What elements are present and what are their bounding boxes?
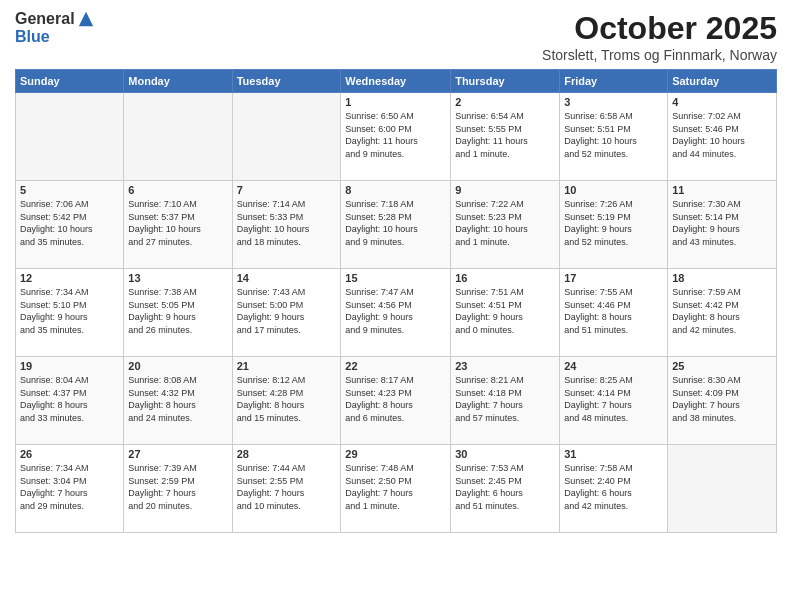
col-sunday: Sunday	[16, 70, 124, 93]
day-number: 25	[672, 360, 772, 372]
logo: General Blue	[15, 10, 95, 46]
day-number: 17	[564, 272, 663, 284]
day-info: Sunrise: 7:26 AM Sunset: 5:19 PM Dayligh…	[564, 198, 663, 248]
calendar-cell	[16, 93, 124, 181]
calendar-cell: 20Sunrise: 8:08 AM Sunset: 4:32 PM Dayli…	[124, 357, 232, 445]
calendar-cell: 12Sunrise: 7:34 AM Sunset: 5:10 PM Dayli…	[16, 269, 124, 357]
day-number: 4	[672, 96, 772, 108]
calendar-cell: 23Sunrise: 8:21 AM Sunset: 4:18 PM Dayli…	[451, 357, 560, 445]
col-friday: Friday	[560, 70, 668, 93]
day-info: Sunrise: 7:34 AM Sunset: 3:04 PM Dayligh…	[20, 462, 119, 512]
calendar-cell: 5Sunrise: 7:06 AM Sunset: 5:42 PM Daylig…	[16, 181, 124, 269]
day-number: 2	[455, 96, 555, 108]
day-number: 15	[345, 272, 446, 284]
calendar-cell: 4Sunrise: 7:02 AM Sunset: 5:46 PM Daylig…	[668, 93, 777, 181]
calendar-cell	[232, 93, 341, 181]
day-number: 21	[237, 360, 337, 372]
day-number: 18	[672, 272, 772, 284]
day-info: Sunrise: 7:43 AM Sunset: 5:00 PM Dayligh…	[237, 286, 337, 336]
calendar-cell: 28Sunrise: 7:44 AM Sunset: 2:55 PM Dayli…	[232, 445, 341, 533]
day-info: Sunrise: 6:58 AM Sunset: 5:51 PM Dayligh…	[564, 110, 663, 160]
calendar-cell: 27Sunrise: 7:39 AM Sunset: 2:59 PM Dayli…	[124, 445, 232, 533]
calendar-cell: 25Sunrise: 8:30 AM Sunset: 4:09 PM Dayli…	[668, 357, 777, 445]
calendar-cell: 6Sunrise: 7:10 AM Sunset: 5:37 PM Daylig…	[124, 181, 232, 269]
day-info: Sunrise: 8:08 AM Sunset: 4:32 PM Dayligh…	[128, 374, 227, 424]
day-info: Sunrise: 7:38 AM Sunset: 5:05 PM Dayligh…	[128, 286, 227, 336]
calendar-cell: 17Sunrise: 7:55 AM Sunset: 4:46 PM Dayli…	[560, 269, 668, 357]
day-info: Sunrise: 7:39 AM Sunset: 2:59 PM Dayligh…	[128, 462, 227, 512]
calendar-header-row: Sunday Monday Tuesday Wednesday Thursday…	[16, 70, 777, 93]
calendar-cell: 16Sunrise: 7:51 AM Sunset: 4:51 PM Dayli…	[451, 269, 560, 357]
day-info: Sunrise: 7:55 AM Sunset: 4:46 PM Dayligh…	[564, 286, 663, 336]
day-number: 7	[237, 184, 337, 196]
day-info: Sunrise: 7:58 AM Sunset: 2:40 PM Dayligh…	[564, 462, 663, 512]
calendar-cell: 13Sunrise: 7:38 AM Sunset: 5:05 PM Dayli…	[124, 269, 232, 357]
calendar-cell: 29Sunrise: 7:48 AM Sunset: 2:50 PM Dayli…	[341, 445, 451, 533]
day-info: Sunrise: 7:10 AM Sunset: 5:37 PM Dayligh…	[128, 198, 227, 248]
day-number: 27	[128, 448, 227, 460]
col-tuesday: Tuesday	[232, 70, 341, 93]
day-number: 10	[564, 184, 663, 196]
day-info: Sunrise: 7:02 AM Sunset: 5:46 PM Dayligh…	[672, 110, 772, 160]
calendar-cell: 2Sunrise: 6:54 AM Sunset: 5:55 PM Daylig…	[451, 93, 560, 181]
day-info: Sunrise: 7:14 AM Sunset: 5:33 PM Dayligh…	[237, 198, 337, 248]
location-title: Storslett, Troms og Finnmark, Norway	[542, 47, 777, 63]
day-number: 20	[128, 360, 227, 372]
col-monday: Monday	[124, 70, 232, 93]
day-number: 31	[564, 448, 663, 460]
calendar-cell: 26Sunrise: 7:34 AM Sunset: 3:04 PM Dayli…	[16, 445, 124, 533]
logo-blue-text: Blue	[15, 28, 50, 46]
col-wednesday: Wednesday	[341, 70, 451, 93]
day-number: 23	[455, 360, 555, 372]
calendar-cell: 31Sunrise: 7:58 AM Sunset: 2:40 PM Dayli…	[560, 445, 668, 533]
day-number: 8	[345, 184, 446, 196]
calendar-cell: 19Sunrise: 8:04 AM Sunset: 4:37 PM Dayli…	[16, 357, 124, 445]
calendar-cell: 24Sunrise: 8:25 AM Sunset: 4:14 PM Dayli…	[560, 357, 668, 445]
day-info: Sunrise: 7:53 AM Sunset: 2:45 PM Dayligh…	[455, 462, 555, 512]
day-number: 14	[237, 272, 337, 284]
day-info: Sunrise: 8:25 AM Sunset: 4:14 PM Dayligh…	[564, 374, 663, 424]
day-number: 29	[345, 448, 446, 460]
day-number: 5	[20, 184, 119, 196]
calendar-cell: 10Sunrise: 7:26 AM Sunset: 5:19 PM Dayli…	[560, 181, 668, 269]
calendar-week-row: 1Sunrise: 6:50 AM Sunset: 6:00 PM Daylig…	[16, 93, 777, 181]
title-section: October 2025 Storslett, Troms og Finnmar…	[542, 10, 777, 63]
calendar-cell: 14Sunrise: 7:43 AM Sunset: 5:00 PM Dayli…	[232, 269, 341, 357]
calendar-week-row: 12Sunrise: 7:34 AM Sunset: 5:10 PM Dayli…	[16, 269, 777, 357]
day-info: Sunrise: 8:21 AM Sunset: 4:18 PM Dayligh…	[455, 374, 555, 424]
col-thursday: Thursday	[451, 70, 560, 93]
day-number: 19	[20, 360, 119, 372]
calendar-cell: 21Sunrise: 8:12 AM Sunset: 4:28 PM Dayli…	[232, 357, 341, 445]
day-info: Sunrise: 6:50 AM Sunset: 6:00 PM Dayligh…	[345, 110, 446, 160]
logo-icon	[77, 10, 95, 28]
calendar-cell: 9Sunrise: 7:22 AM Sunset: 5:23 PM Daylig…	[451, 181, 560, 269]
calendar-week-row: 5Sunrise: 7:06 AM Sunset: 5:42 PM Daylig…	[16, 181, 777, 269]
calendar-cell: 30Sunrise: 7:53 AM Sunset: 2:45 PM Dayli…	[451, 445, 560, 533]
day-info: Sunrise: 7:22 AM Sunset: 5:23 PM Dayligh…	[455, 198, 555, 248]
calendar-cell: 11Sunrise: 7:30 AM Sunset: 5:14 PM Dayli…	[668, 181, 777, 269]
day-info: Sunrise: 7:18 AM Sunset: 5:28 PM Dayligh…	[345, 198, 446, 248]
day-number: 9	[455, 184, 555, 196]
day-number: 28	[237, 448, 337, 460]
day-number: 30	[455, 448, 555, 460]
day-info: Sunrise: 7:59 AM Sunset: 4:42 PM Dayligh…	[672, 286, 772, 336]
calendar-cell: 8Sunrise: 7:18 AM Sunset: 5:28 PM Daylig…	[341, 181, 451, 269]
calendar-cell: 22Sunrise: 8:17 AM Sunset: 4:23 PM Dayli…	[341, 357, 451, 445]
calendar-table: Sunday Monday Tuesday Wednesday Thursday…	[15, 69, 777, 533]
day-number: 1	[345, 96, 446, 108]
day-info: Sunrise: 7:48 AM Sunset: 2:50 PM Dayligh…	[345, 462, 446, 512]
month-title: October 2025	[542, 10, 777, 47]
day-number: 16	[455, 272, 555, 284]
logo-general-text: General	[15, 10, 75, 28]
day-number: 22	[345, 360, 446, 372]
calendar-week-row: 19Sunrise: 8:04 AM Sunset: 4:37 PM Dayli…	[16, 357, 777, 445]
calendar-cell: 15Sunrise: 7:47 AM Sunset: 4:56 PM Dayli…	[341, 269, 451, 357]
calendar-cell: 18Sunrise: 7:59 AM Sunset: 4:42 PM Dayli…	[668, 269, 777, 357]
day-info: Sunrise: 8:04 AM Sunset: 4:37 PM Dayligh…	[20, 374, 119, 424]
day-number: 26	[20, 448, 119, 460]
day-number: 6	[128, 184, 227, 196]
page-container: General Blue October 2025 Storslett, Tro…	[0, 0, 792, 543]
day-info: Sunrise: 7:34 AM Sunset: 5:10 PM Dayligh…	[20, 286, 119, 336]
col-saturday: Saturday	[668, 70, 777, 93]
day-number: 3	[564, 96, 663, 108]
